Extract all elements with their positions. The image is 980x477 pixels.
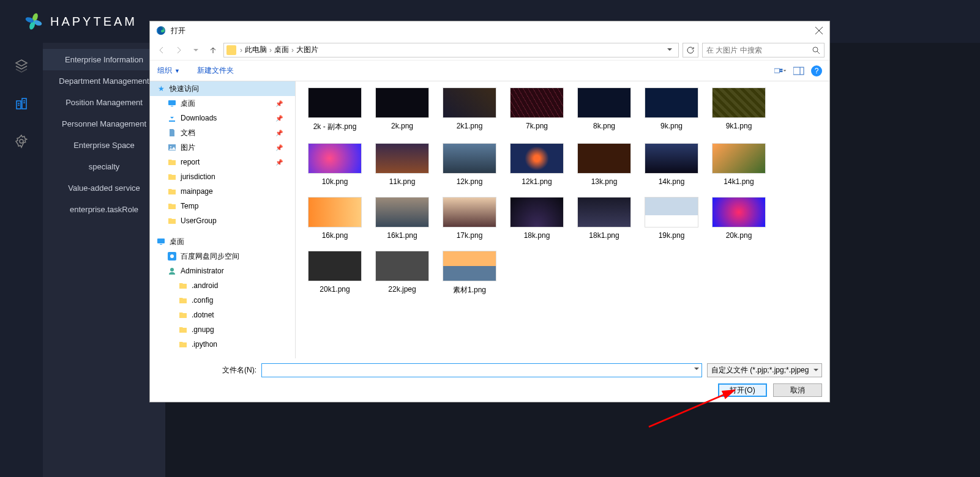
menu-specialty[interactable]: specialty [43,156,165,177]
tree-documents[interactable]: 文档📌 [150,125,295,140]
filetype-select[interactable]: 自定义文件 (*.pjp;*.jpg;*.pjpeg [707,363,822,377]
file-item[interactable]: 12k1.png [510,143,564,186]
file-label: 12k1.png [522,177,552,186]
filename-dropdown-icon[interactable] [694,365,700,374]
crumb-desktop[interactable]: 桌面 [272,45,291,55]
svg-point-14 [813,47,818,52]
file-item[interactable]: 2k1.png [443,87,496,132]
file-item[interactable]: 14k1.png [712,143,766,186]
address-dropdown-icon[interactable] [664,46,676,54]
cancel-button[interactable]: 取消 [773,383,822,397]
file-item[interactable]: 2k.png [375,87,429,132]
tree-ipython[interactable]: .ipython [150,337,295,352]
view-mode-icon[interactable] [774,65,787,77]
file-thumbnail [308,197,362,227]
building-icon[interactable] [14,96,29,111]
gear-icon[interactable] [14,134,29,149]
tree-baidu[interactable]: 百度网盘同步空间 [150,249,295,264]
file-thumbnail [645,87,698,118]
file-item[interactable]: 7k.png [510,87,564,132]
filename-input[interactable] [261,363,702,377]
file-item[interactable]: 13k.png [577,143,631,186]
file-label: 18k1.png [589,231,619,240]
nav-recent-icon[interactable] [189,43,203,57]
crumb-folder[interactable]: 大图片 [294,45,321,55]
tree-mainpage[interactable]: mainpage [150,184,295,199]
file-item[interactable]: 9k1.png [712,87,766,132]
open-button[interactable]: 打开(O) [718,383,767,397]
tree-desktop[interactable]: 桌面📌 [150,96,295,111]
help-icon[interactable]: ? [811,65,822,76]
tree-config[interactable]: .config [150,293,295,308]
file-item[interactable]: 20k.png [712,197,766,240]
file-thumbnail [510,87,564,118]
file-thumbnail [308,143,362,174]
file-item[interactable]: 10k.png [308,143,362,186]
file-item[interactable]: 16k.png [308,197,362,240]
file-thumbnail [443,87,496,118]
preview-pane-icon[interactable] [793,65,805,77]
tree-gnupg[interactable]: .gnupg [150,322,295,337]
file-thumbnail [645,197,698,227]
file-thumbnail [510,197,564,227]
menu-personnel[interactable]: Personnel Management [43,113,165,135]
nav-forward-icon[interactable] [172,43,185,57]
file-item[interactable]: 19k.png [645,197,698,240]
menu-department[interactable]: Department Management [43,70,165,92]
tree-report[interactable]: report📌 [150,155,295,169]
files-pane[interactable]: 2k - 副本.png2k.png2k1.png7k.png8k.png9k.p… [296,81,829,358]
file-item[interactable]: 2k - 副本.png [308,87,362,132]
menu-enterprise-info[interactable]: Enterprise Information [43,49,165,70]
new-folder-button[interactable]: 新建文件夹 [197,65,234,76]
file-thumbnail [308,251,362,281]
file-item[interactable]: 18k1.png [577,197,631,240]
menu-enterprise-space[interactable]: Enterprise Space [43,135,165,156]
close-icon[interactable] [815,26,823,35]
tree-pane[interactable]: ★快速访问 桌面📌 Downloads📌 文档📌 图片📌 report📌 jur… [150,81,296,358]
tree-pictures[interactable]: 图片📌 [150,140,295,155]
menu-sidebar: Enterprise Information Department Manage… [43,43,165,477]
file-label: 18k.png [524,231,550,240]
layers-icon[interactable] [14,58,29,73]
nav-bar: › 此电脑 › 桌面 › 大图片 [150,40,829,61]
file-thumbnail [443,251,496,281]
tree-temp[interactable]: Temp [150,199,295,213]
file-label: 20k.png [726,231,752,240]
tree-dotnet[interactable]: .dotnet [150,308,295,322]
search-box[interactable] [702,43,825,57]
file-item[interactable]: 22k.jpeg [375,251,429,295]
crumb-pc[interactable]: 此电脑 [242,45,269,55]
menu-vas[interactable]: Value-added service [43,177,165,199]
file-item[interactable]: 8k.png [577,87,631,132]
organize-button[interactable]: 组织▼ [157,65,180,76]
search-icon[interactable] [812,46,820,54]
tree-admin[interactable]: Administrator [150,264,295,278]
svg-rect-17 [780,68,782,70]
search-input[interactable] [706,46,812,54]
menu-position[interactable]: Position Management [43,92,165,113]
menu-taskrole[interactable]: enterprise.taskRole [43,199,165,220]
file-item[interactable]: 11k.png [375,143,429,186]
nav-up-icon[interactable] [206,43,220,57]
tree-desktop-root[interactable]: 桌面 [150,234,295,249]
nav-back-icon[interactable] [155,43,168,57]
file-item[interactable]: 素材1.png [443,251,496,295]
file-thumbnail [712,197,766,227]
file-item[interactable]: 20k1.png [308,251,362,295]
file-item[interactable]: 9k.png [645,87,698,132]
file-item[interactable]: 16k1.png [375,197,429,240]
tree-usergroup[interactable]: UserGroup [150,213,295,228]
file-item[interactable]: 14k.png [645,143,698,186]
file-label: 2k1.png [457,122,483,130]
file-thumbnail [375,87,429,118]
tree-jurisdiction[interactable]: jurisdiction [150,169,295,184]
address-bar[interactable]: › 此电脑 › 桌面 › 大图片 [223,43,679,57]
file-item[interactable]: 12k.png [443,143,496,186]
tree-quick-access[interactable]: ★快速访问 [150,81,295,96]
file-item[interactable]: 17k.png [443,197,496,240]
tree-downloads[interactable]: Downloads📌 [150,111,295,125]
refresh-icon[interactable] [683,43,698,57]
file-thumbnail [510,143,564,174]
file-item[interactable]: 18k.png [510,197,564,240]
tree-android[interactable]: .android [150,278,295,293]
